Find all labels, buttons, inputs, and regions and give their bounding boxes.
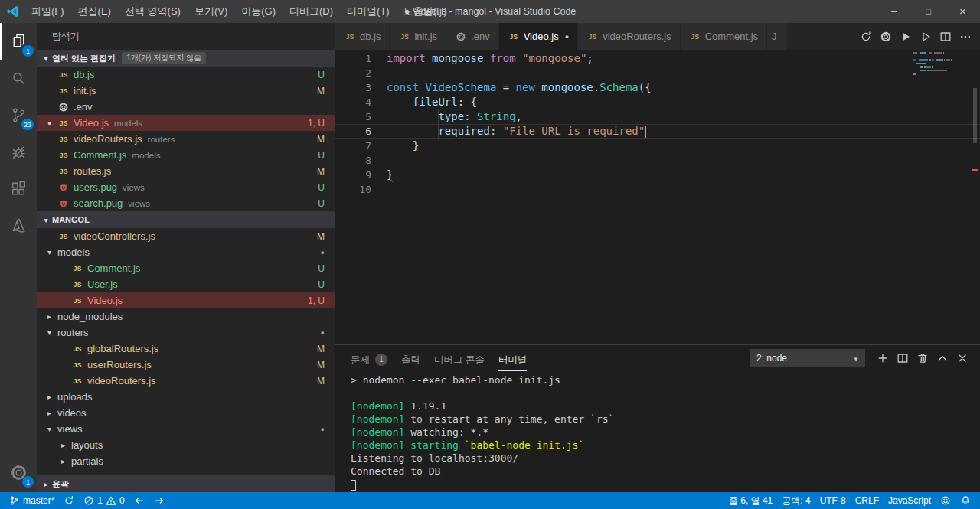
settings-button[interactable] (876, 27, 896, 47)
activity-explorer[interactable]: 1 (0, 23, 37, 60)
file-item[interactable]: JSvideoControllers.jsM (37, 228, 335, 244)
split-terminal-button[interactable] (893, 348, 913, 368)
code-line[interactable]: 10 (335, 182, 980, 197)
code-line[interactable]: 6 required: "File URL is required" (335, 124, 980, 139)
tab-label: Comment.js (705, 31, 758, 42)
open-editor-item[interactable]: users.pugviewsU (37, 179, 335, 195)
more-actions-icon (959, 31, 972, 43)
editor-tab[interactable]: JSdb.js (335, 23, 390, 50)
folder-item[interactable]: ▾models● (37, 244, 335, 260)
activity-debug[interactable] (0, 133, 37, 170)
code-line[interactable]: 3const VideoSchema = new mongoose.Schema… (335, 80, 980, 95)
split-editor-button[interactable] (936, 27, 956, 47)
file-item[interactable]: JSglobalRouters.jsM (37, 341, 335, 357)
panel-tab[interactable]: 터미널 (498, 348, 528, 371)
run-button[interactable] (896, 27, 916, 47)
open-editor-item[interactable]: JSdb.jsU (37, 67, 335, 83)
code-editor[interactable]: 1import mongoose from "mongoose";23const… (335, 50, 980, 344)
open-editor-item[interactable]: JSinit.jsM (37, 83, 335, 99)
navigate-back-button[interactable] (129, 492, 149, 509)
menubar-item[interactable]: 이동(G) (234, 0, 283, 23)
feedback-button[interactable] (936, 492, 956, 509)
sync-button[interactable] (856, 27, 876, 47)
menubar-item[interactable]: 파일(F) (24, 0, 71, 23)
file-item[interactable]: JSVideo.js1, U (37, 292, 335, 308)
close-panel-button[interactable] (952, 348, 972, 368)
close-button[interactable] (946, 0, 980, 23)
sync-changes-button[interactable] (59, 492, 79, 509)
panel-tab[interactable]: 디버그 콘솔 (434, 348, 485, 371)
minimap[interactable] (913, 52, 968, 86)
activity-source-control[interactable]: 23 (0, 96, 37, 133)
activity-extensions[interactable] (0, 170, 37, 207)
cursor-position[interactable]: 줄 6, 열 41 (724, 492, 777, 509)
folder-item[interactable]: ▸node_modules (37, 308, 335, 325)
folder-item[interactable]: ▾routers● (37, 325, 335, 341)
code-token: VideoSchema (426, 81, 497, 93)
open-editor-item[interactable]: ●JSVideo.jsmodels1, U (37, 115, 335, 131)
editor-tab[interactable]: JSinit.js (390, 23, 446, 50)
editor-tab[interactable]: .env (446, 23, 499, 50)
code-line[interactable]: 7 } (335, 139, 980, 153)
eol-status[interactable]: CRLF (851, 492, 884, 509)
code-line[interactable]: 2 (335, 66, 980, 80)
file-item[interactable]: JSUser.jsU (37, 276, 335, 292)
code-line[interactable]: 5 type: String, (335, 109, 980, 124)
editor-tab[interactable]: J (767, 23, 787, 50)
activity-settings[interactable]: 1 (0, 454, 37, 491)
file-item[interactable]: JSComment.jsU (37, 260, 335, 276)
run-alt-button[interactable] (916, 27, 936, 47)
terminal-select[interactable]: 2: node (750, 349, 865, 367)
open-editor-item[interactable]: JSComment.jsmodelsU (37, 147, 335, 163)
problems-status[interactable]: 1 0 (79, 492, 129, 509)
more-actions-button[interactable] (956, 27, 975, 47)
activity-search[interactable] (0, 60, 37, 96)
menubar-item[interactable]: 편집(E) (71, 0, 118, 23)
menubar-item[interactable]: 보기(V) (188, 0, 234, 23)
branch-name: master* (23, 495, 54, 506)
menubar-item[interactable]: 터미널(T) (340, 0, 397, 23)
encoding-status[interactable]: UTF-8 (815, 492, 851, 509)
js-file-icon: JS (57, 69, 70, 81)
folder-item[interactable]: ▸videos (37, 405, 335, 421)
minimize-button[interactable] (877, 0, 911, 23)
editor-tab[interactable]: JSVideo.js● (499, 23, 578, 50)
language-mode[interactable]: JavaScript (884, 492, 936, 509)
code-line[interactable]: 4 fileUrl: { (335, 95, 980, 109)
code-line[interactable]: 8 (335, 153, 980, 168)
navigate-forward-button[interactable] (149, 492, 169, 509)
outline-header[interactable]: 윤곽 (37, 475, 335, 492)
git-branch-status[interactable]: master* (5, 492, 59, 509)
panel-tab[interactable]: 문제1 (351, 348, 387, 371)
file-item[interactable]: JSuserRouters.jsM (37, 357, 335, 373)
maximize-panel-button[interactable] (933, 348, 952, 368)
open-editor-item[interactable]: .env (37, 99, 335, 115)
terminal-output[interactable]: > nodemon --exec babel-node init.js[node… (335, 371, 980, 492)
open-editors-header[interactable]: 열려 있는 편집기 1개(가) 저장되지 않음 (37, 50, 335, 67)
folder-item[interactable]: ▸partials (37, 453, 335, 469)
menubar-item[interactable]: 디버그(D) (283, 0, 340, 23)
project-folder-header[interactable]: MANGOL (37, 211, 335, 228)
open-editor-item[interactable]: search.pugviewsU (37, 195, 335, 211)
notifications-button[interactable] (956, 492, 975, 509)
terminal-line: Connected to DB (351, 465, 980, 478)
open-editor-item[interactable]: JSvideoRouters.jsroutersM (37, 131, 335, 147)
folder-item[interactable]: ▾views● (37, 421, 335, 437)
editor-tab[interactable]: JSvideoRouters.js (578, 23, 681, 50)
folder-item[interactable]: ▸layouts (37, 437, 335, 453)
activity-azure[interactable] (0, 207, 37, 243)
indentation-status[interactable]: 공백: 4 (777, 492, 815, 509)
file-item[interactable]: JSvideoRouters.jsM (37, 373, 335, 389)
file-name: Video.js (74, 117, 109, 129)
menubar-item[interactable]: 선택 영역(S) (118, 0, 188, 23)
panel-tab[interactable]: 출력 (401, 348, 420, 371)
folder-item[interactable]: ▸uploads (37, 389, 335, 405)
open-editor-item[interactable]: JSroutes.jsM (37, 163, 335, 179)
kill-terminal-button[interactable] (913, 348, 933, 368)
scrollbar-thumb[interactable] (973, 88, 977, 143)
editor-tab[interactable]: JSComment.js (681, 23, 767, 50)
code-line[interactable]: 1import mongoose from "mongoose"; (335, 51, 980, 66)
new-terminal-button[interactable] (873, 348, 893, 368)
maximize-button[interactable] (911, 0, 946, 23)
code-line[interactable]: 9} (335, 168, 980, 182)
